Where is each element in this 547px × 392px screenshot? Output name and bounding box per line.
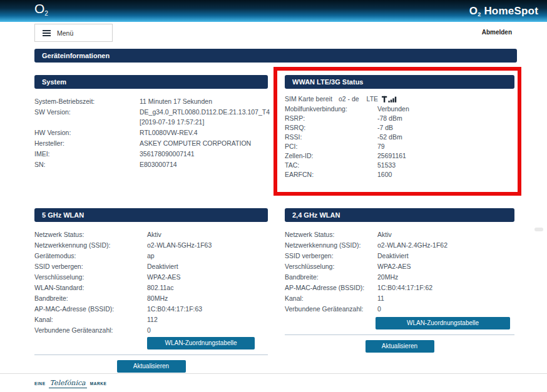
row-value: ASKEY COMPUTER CORPORATION: [140, 138, 268, 148]
table-row: Bandbreite:20MHz: [285, 272, 514, 283]
table-row: Netzwerk Status:Aktiv: [285, 229, 514, 240]
row-label: HW Version:: [34, 128, 140, 138]
row-value: Aktiv: [377, 229, 514, 240]
row-label: RSSI:: [285, 133, 377, 142]
menu-button[interactable]: Menü: [34, 24, 113, 42]
refresh-button[interactable]: Aktualisieren: [366, 340, 434, 353]
panel-wlan-5ghz: 5 GHz WLAN Netzwerk Status:Aktiv Netzwer…: [34, 208, 268, 373]
row-value: E803000714: [140, 159, 268, 169]
row-label: Verschlüsselung:: [285, 261, 377, 272]
row-label: Hersteller:: [34, 138, 140, 148]
footer-marke-label: MARKE: [90, 381, 107, 386]
o2-logo: O2: [34, 0, 48, 24]
row-value: 80MHz: [147, 293, 268, 304]
row-label: SSID verbergen:: [285, 251, 377, 261]
o2-homespot-device-info-page: { "header": { "logo_o": "O", "logo_sub":…: [0, 0, 547, 392]
row-value: Deaktiviert: [377, 251, 514, 261]
telefonica-brand-logo: EINE Telefónica MARKE: [34, 379, 547, 388]
row-value: WPA2-AES: [147, 272, 268, 283]
table-row: Gerätemodus:ap: [34, 251, 268, 261]
table-row: RSSI:-52 dBm: [285, 133, 514, 142]
row-value: 25691161: [377, 151, 514, 161]
row-label: RSRQ:: [285, 123, 377, 133]
row-label: RSRP:: [285, 114, 377, 123]
row-value: DE_g34.0_RTL0080.D112.DE.21.13.107_T4 [2…: [140, 107, 270, 127]
panel-system: System System-Betriebszeit:11 Minuten 17…: [34, 75, 268, 170]
row-value: Verbunden: [377, 104, 514, 114]
row-value: 112: [147, 314, 268, 325]
panel-system-rows: System-Betriebszeit:11 Minuten 17 Sekund…: [34, 96, 268, 169]
panel-wlan-24ghz: 2,4 GHz WLAN Netzwerk Status:Aktiv Netzw…: [285, 208, 514, 353]
panel-divider: [285, 334, 514, 335]
table-row: Verbundene Geräteanzahl:0: [34, 325, 268, 336]
sub-header: Menü Abmelden: [0, 22, 547, 49]
panel-wlan-24ghz-rows: Netzwerk Status:Aktiv Netzwerkkennung (S…: [285, 229, 514, 314]
table-row: AP-MAC-Adresse (BSSID):1C:B0:44:17:1F:62: [285, 283, 514, 293]
row-label: Netzwerk Status:: [285, 229, 377, 240]
panel-wlan-24ghz-header: 2,4 GHz WLAN: [285, 208, 514, 222]
product-name: O2 HomeSpot: [469, 5, 538, 18]
row-label: PCI:: [285, 142, 377, 151]
footer-eine-label: EINE: [34, 381, 46, 386]
logout-link[interactable]: Abmelden: [482, 29, 512, 36]
row-value: 20MHz: [377, 272, 514, 283]
network-operator: o2 - de: [339, 94, 359, 104]
row-label: Gerätemodus:: [34, 251, 147, 261]
table-row: TAC:51533: [285, 161, 514, 170]
table-row: RSRQ:-7 dB: [285, 123, 514, 133]
row-value: 11 Minuten 17 Sekunden: [140, 96, 268, 106]
row-label: Verbundene Geräteanzahl:: [34, 325, 147, 336]
table-row: HW Version:RTL0080VW-REV.4: [34, 128, 268, 138]
product-label: HomeSpot: [481, 5, 538, 17]
table-row: Zellen-ID:25691161: [285, 151, 514, 161]
row-value: -7 dB: [377, 123, 514, 133]
table-row: Verschlüsselung:WPA2-AES: [285, 261, 514, 272]
row-value: 1600: [377, 170, 514, 179]
wlan-mapping-table-button[interactable]: WLAN-Zuordnungstabelle: [376, 317, 510, 329]
row-label: AP-MAC-Adresse (BSSID):: [34, 304, 147, 314]
table-row: Verbundene Geräteanzahl:0: [285, 304, 514, 314]
row-label: Netzwerkkennung (SSID):: [34, 240, 147, 251]
row-label: Mobilfunkverbindung:: [285, 104, 377, 114]
panel-wlan-5ghz-rows: Netzwerk Status:Aktiv Netzwerkkennung (S…: [34, 229, 268, 336]
page-title: Geräteinformationen: [34, 49, 517, 63]
top-header-bar: O2 O2 HomeSpot: [0, 0, 547, 22]
panel-wwan: WWAN LTE/3G Status SIM Karte bereit o2 -…: [285, 75, 514, 179]
row-value: 11: [377, 293, 514, 304]
table-row: SSID verbergen:Deaktiviert: [285, 251, 514, 261]
panel-wlan-5ghz-header: 5 GHz WLAN: [34, 208, 268, 222]
row-value: o2-WLAN-2.4GHz-1F62: [377, 240, 514, 251]
table-row: Hersteller:ASKEY COMPUTER CORPORATION: [34, 138, 268, 148]
refresh-button[interactable]: Aktualisieren: [117, 360, 186, 373]
row-value: ap: [147, 251, 268, 261]
o2-logo-subscript: 2: [44, 10, 48, 17]
table-row: SN:E803000714: [34, 159, 268, 169]
row-label: System-Betriebszeit:: [34, 96, 140, 106]
table-row: Netzwerkkennung (SSID):o2-WLAN-5GHz-1F63: [34, 240, 268, 251]
telefonica-wordmark: Telefónica: [49, 379, 87, 388]
row-label: Verschlüsselung:: [34, 272, 147, 283]
row-label: Netzwerkkennung (SSID):: [285, 240, 377, 251]
product-o: O: [469, 5, 478, 17]
scrollbar-thumb[interactable]: [534, 228, 543, 231]
wlan-mapping-table-button[interactable]: WLAN-Zuordnungstabelle: [147, 337, 255, 349]
row-label: SW Version:: [34, 107, 140, 127]
network-type: LTE: [367, 94, 378, 104]
table-row: Netzwerk Status:Aktiv: [34, 229, 268, 240]
panel-system-header: System: [34, 75, 268, 89]
row-value: -78 dBm: [377, 114, 514, 123]
menu-button-label: Menü: [57, 29, 73, 37]
panel-wwan-rows: SIM Karte bereit o2 - de LTE: [285, 94, 514, 179]
table-row: EARFCN:1600: [285, 170, 514, 179]
row-label: TAC:: [285, 161, 377, 170]
row-label: SN:: [34, 159, 140, 169]
sim-status-line: SIM Karte bereit o2 - de LTE: [285, 94, 514, 104]
row-value: 1C:B0:44:17:1F:62: [377, 283, 514, 293]
row-label: IMEI:: [34, 149, 140, 159]
table-row: RSRP:-78 dBm: [285, 114, 514, 123]
row-value: 79: [377, 142, 514, 151]
row-value: o2-WLAN-5GHz-1F63: [147, 240, 268, 251]
table-row: SW Version:DE_g34.0_RTL0080.D112.DE.21.1…: [34, 107, 268, 127]
row-value: 802.11ac: [147, 283, 268, 293]
table-row: WLAN-Standard:802.11ac: [34, 283, 268, 293]
